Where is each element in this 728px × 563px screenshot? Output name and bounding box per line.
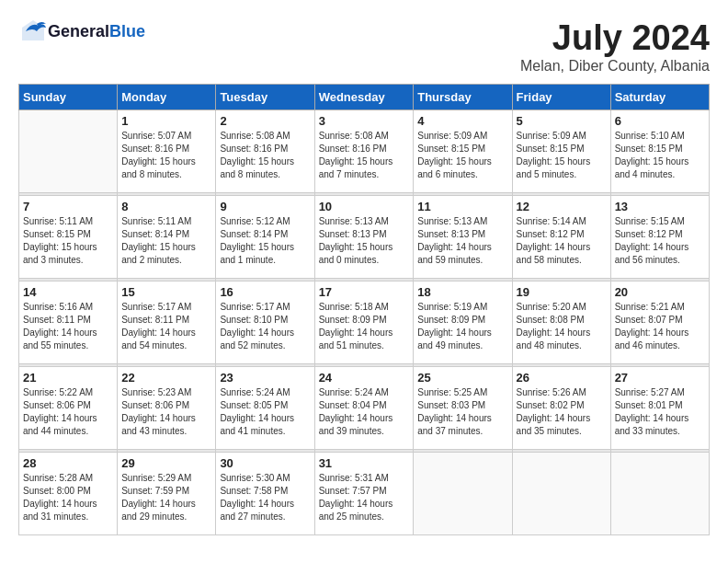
logo: GeneralBlue <box>18 18 145 44</box>
week-row-5: 28Sunrise: 5:28 AMSunset: 8:00 PMDayligh… <box>19 453 710 535</box>
table-row: 31Sunrise: 5:31 AMSunset: 7:57 PMDayligh… <box>314 453 414 535</box>
table-row: 5Sunrise: 5:09 AMSunset: 8:15 PMDaylight… <box>512 110 610 193</box>
day-number: 30 <box>220 456 310 470</box>
header-sunday: Sunday <box>19 85 118 110</box>
day-info: Sunrise: 5:22 AMSunset: 8:06 PMDaylight:… <box>23 386 113 438</box>
day-info: Sunrise: 5:17 AMSunset: 8:10 PMDaylight:… <box>220 301 310 352</box>
table-row: 23Sunrise: 5:24 AMSunset: 8:05 PMDayligh… <box>216 367 314 450</box>
day-info: Sunrise: 5:20 AMSunset: 8:08 PMDaylight:… <box>517 301 607 352</box>
day-info: Sunrise: 5:17 AMSunset: 8:11 PMDaylight:… <box>121 301 211 352</box>
day-number: 4 <box>417 114 507 128</box>
day-info: Sunrise: 5:31 AMSunset: 7:57 PMDaylight:… <box>319 472 410 523</box>
table-row: 13Sunrise: 5:15 AMSunset: 8:12 PMDayligh… <box>610 196 709 279</box>
day-info: Sunrise: 5:13 AMSunset: 8:13 PMDaylight:… <box>319 215 410 267</box>
table-row: 27Sunrise: 5:27 AMSunset: 8:01 PMDayligh… <box>610 367 709 450</box>
table-row: 10Sunrise: 5:13 AMSunset: 8:13 PMDayligh… <box>314 196 414 279</box>
day-number: 19 <box>517 285 607 299</box>
day-number: 20 <box>615 285 705 299</box>
day-number: 21 <box>23 371 113 385</box>
day-number: 27 <box>615 371 705 385</box>
table-row <box>414 453 512 535</box>
day-info: Sunrise: 5:09 AMSunset: 8:15 PMDaylight:… <box>417 130 507 181</box>
title-block: July 2024 Melan, Diber County, Albania <box>520 18 710 75</box>
day-number: 1 <box>121 114 211 128</box>
day-number: 14 <box>23 285 113 299</box>
day-number: 12 <box>517 200 607 213</box>
day-info: Sunrise: 5:11 AMSunset: 8:15 PMDaylight:… <box>23 215 113 267</box>
day-info: Sunrise: 5:25 AMSunset: 8:03 PMDaylight:… <box>417 386 507 438</box>
day-info: Sunrise: 5:14 AMSunset: 8:12 PMDaylight:… <box>517 215 607 267</box>
day-number: 7 <box>23 200 113 213</box>
day-number: 23 <box>220 371 310 385</box>
day-info: Sunrise: 5:13 AMSunset: 8:13 PMDaylight:… <box>417 215 507 267</box>
day-number: 6 <box>615 114 705 128</box>
header-wednesday: Wednesday <box>314 85 414 110</box>
table-row: 22Sunrise: 5:23 AMSunset: 8:06 PMDayligh… <box>118 367 216 450</box>
table-row <box>19 110 118 193</box>
day-info: Sunrise: 5:26 AMSunset: 8:02 PMDaylight:… <box>517 386 607 438</box>
day-info: Sunrise: 5:21 AMSunset: 8:07 PMDaylight:… <box>615 301 705 352</box>
table-row: 9Sunrise: 5:12 AMSunset: 8:14 PMDaylight… <box>216 196 314 279</box>
day-info: Sunrise: 5:28 AMSunset: 8:00 PMDaylight:… <box>23 472 113 523</box>
day-number: 13 <box>615 200 705 213</box>
table-row: 7Sunrise: 5:11 AMSunset: 8:15 PMDaylight… <box>19 196 118 279</box>
month-year-title: July 2024 <box>520 18 710 58</box>
location-subtitle: Melan, Diber County, Albania <box>520 58 710 75</box>
day-info: Sunrise: 5:24 AMSunset: 8:05 PMDaylight:… <box>220 386 310 438</box>
day-info: Sunrise: 5:24 AMSunset: 8:04 PMDaylight:… <box>319 386 410 438</box>
day-number: 2 <box>220 114 310 128</box>
day-info: Sunrise: 5:27 AMSunset: 8:01 PMDaylight:… <box>615 386 705 438</box>
day-number: 29 <box>121 456 211 470</box>
header-tuesday: Tuesday <box>216 85 314 110</box>
table-row: 19Sunrise: 5:20 AMSunset: 8:08 PMDayligh… <box>512 282 610 364</box>
week-row-1: 1Sunrise: 5:07 AMSunset: 8:16 PMDaylight… <box>19 110 710 193</box>
header-saturday: Saturday <box>610 85 709 110</box>
week-row-2: 7Sunrise: 5:11 AMSunset: 8:15 PMDaylight… <box>19 196 710 279</box>
table-row: 28Sunrise: 5:28 AMSunset: 8:00 PMDayligh… <box>19 453 118 535</box>
day-number: 25 <box>417 371 507 385</box>
day-number: 18 <box>417 285 507 299</box>
week-row-4: 21Sunrise: 5:22 AMSunset: 8:06 PMDayligh… <box>19 367 710 450</box>
table-row: 1Sunrise: 5:07 AMSunset: 8:16 PMDaylight… <box>118 110 216 193</box>
day-number: 31 <box>319 456 410 470</box>
table-row: 17Sunrise: 5:18 AMSunset: 8:09 PMDayligh… <box>314 282 414 364</box>
table-row: 25Sunrise: 5:25 AMSunset: 8:03 PMDayligh… <box>414 367 512 450</box>
table-row: 16Sunrise: 5:17 AMSunset: 8:10 PMDayligh… <box>216 282 314 364</box>
table-row: 24Sunrise: 5:24 AMSunset: 8:04 PMDayligh… <box>314 367 414 450</box>
table-row: 8Sunrise: 5:11 AMSunset: 8:14 PMDaylight… <box>118 196 216 279</box>
day-number: 8 <box>121 200 211 213</box>
day-number: 10 <box>319 200 410 213</box>
table-row: 29Sunrise: 5:29 AMSunset: 7:59 PMDayligh… <box>118 453 216 535</box>
table-row: 2Sunrise: 5:08 AMSunset: 8:16 PMDaylight… <box>216 110 314 193</box>
calendar-table: Sunday Monday Tuesday Wednesday Thursday… <box>18 84 710 535</box>
day-number: 15 <box>121 285 211 299</box>
day-info: Sunrise: 5:23 AMSunset: 8:06 PMDaylight:… <box>121 386 211 438</box>
page-header: GeneralBlue July 2024 Melan, Diber Count… <box>18 18 710 75</box>
day-info: Sunrise: 5:10 AMSunset: 8:15 PMDaylight:… <box>615 130 705 181</box>
table-row: 4Sunrise: 5:09 AMSunset: 8:15 PMDaylight… <box>414 110 512 193</box>
table-row: 18Sunrise: 5:19 AMSunset: 8:09 PMDayligh… <box>414 282 512 364</box>
day-number: 28 <box>23 456 113 470</box>
day-number: 9 <box>220 200 310 213</box>
day-number: 3 <box>319 114 410 128</box>
header-monday: Monday <box>118 85 216 110</box>
day-info: Sunrise: 5:07 AMSunset: 8:16 PMDaylight:… <box>121 130 211 181</box>
day-info: Sunrise: 5:11 AMSunset: 8:14 PMDaylight:… <box>121 215 211 267</box>
table-row: 12Sunrise: 5:14 AMSunset: 8:12 PMDayligh… <box>512 196 610 279</box>
day-info: Sunrise: 5:08 AMSunset: 8:16 PMDaylight:… <box>319 130 410 181</box>
day-info: Sunrise: 5:29 AMSunset: 7:59 PMDaylight:… <box>121 472 211 523</box>
logo-icon <box>18 18 48 44</box>
week-row-3: 14Sunrise: 5:16 AMSunset: 8:11 PMDayligh… <box>19 282 710 364</box>
header-thursday: Thursday <box>414 85 512 110</box>
day-info: Sunrise: 5:15 AMSunset: 8:12 PMDaylight:… <box>615 215 705 267</box>
table-row: 21Sunrise: 5:22 AMSunset: 8:06 PMDayligh… <box>19 367 118 450</box>
table-row: 14Sunrise: 5:16 AMSunset: 8:11 PMDayligh… <box>19 282 118 364</box>
day-number: 17 <box>319 285 410 299</box>
table-row: 6Sunrise: 5:10 AMSunset: 8:15 PMDaylight… <box>610 110 709 193</box>
weekday-header-row: Sunday Monday Tuesday Wednesday Thursday… <box>19 85 710 110</box>
day-number: 24 <box>319 371 410 385</box>
day-number: 22 <box>121 371 211 385</box>
day-number: 26 <box>517 371 607 385</box>
table-row <box>512 453 610 535</box>
table-row: 26Sunrise: 5:26 AMSunset: 8:02 PMDayligh… <box>512 367 610 450</box>
